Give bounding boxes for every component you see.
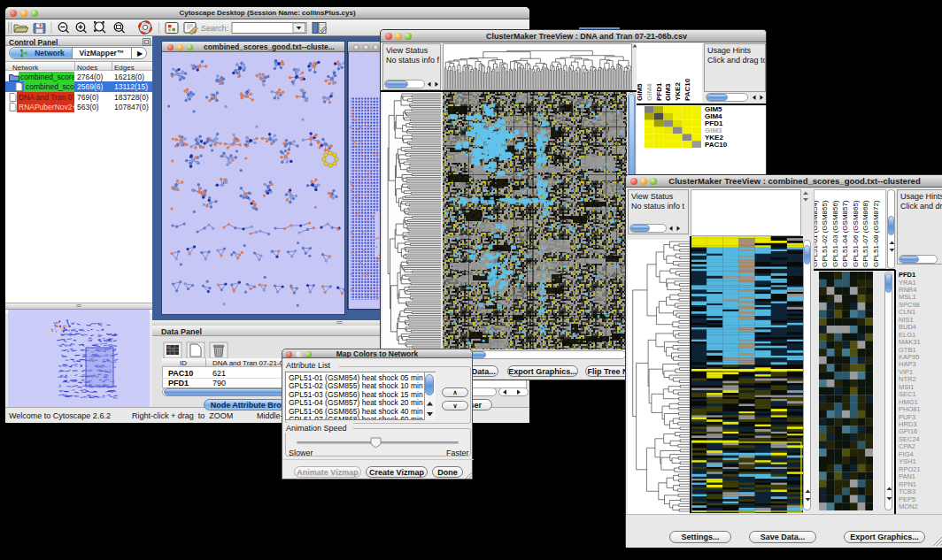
svg-text:Search:: Search:	[201, 24, 228, 33]
